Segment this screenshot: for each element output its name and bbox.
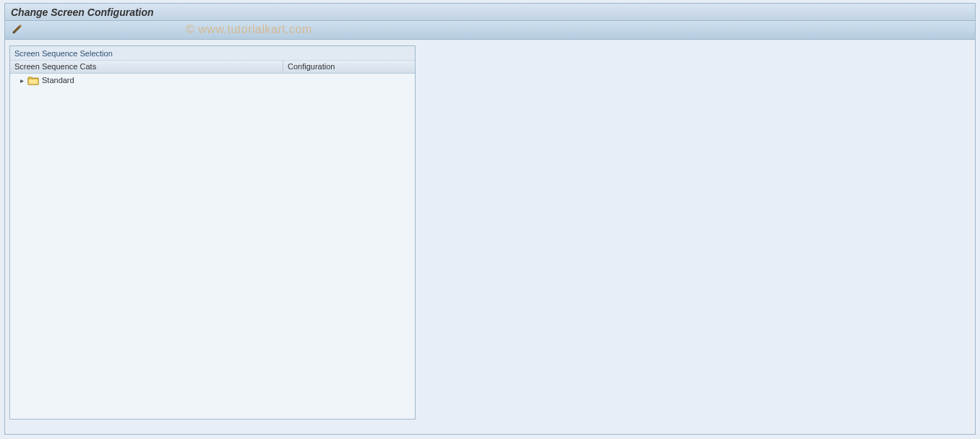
toolbar: © www.tutorialkart.com — [5, 21, 975, 40]
panel-title: Screen Sequence Selection — [10, 46, 415, 61]
tree-node-label: Standard — [42, 76, 74, 84]
watermark-text: © www.tutorialkart.com — [186, 23, 312, 36]
folder-icon — [27, 75, 39, 85]
page-title: Change Screen Configuration — [11, 6, 154, 18]
tree-header: Screen Sequence Cats Configuration — [10, 61, 415, 74]
screen-sequence-panel: Screen Sequence Selection Screen Sequenc… — [9, 45, 416, 420]
tree-body: ▸ Standard — [10, 74, 415, 419]
tree-node-standard[interactable]: ▸ Standard — [10, 74, 415, 87]
pencil-icon — [12, 23, 23, 37]
column-header-config[interactable]: Configuration — [283, 61, 415, 73]
edit-button[interactable] — [9, 23, 25, 38]
content-area: Screen Sequence Selection Screen Sequenc… — [5, 41, 975, 434]
column-header-cats[interactable]: Screen Sequence Cats — [10, 61, 283, 73]
title-bar: Change Screen Configuration — [5, 4, 975, 21]
app-window: Change Screen Configuration © www.tutori… — [4, 3, 976, 435]
expand-arrow-icon[interactable]: ▸ — [17, 77, 26, 84]
